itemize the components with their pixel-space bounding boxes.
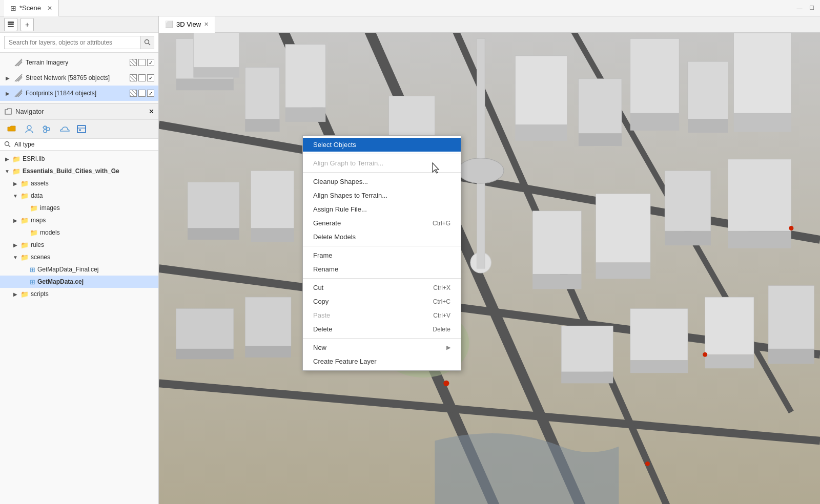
ctx-generate[interactable]: Generate Ctrl+G — [303, 216, 461, 230]
tree-item-getmapdata[interactable]: ⊞ GetMapData.cej — [0, 276, 158, 288]
ctx-delete-models-label: Delete Models — [313, 233, 356, 241]
svg-rect-32 — [193, 33, 239, 67]
layer-item-street[interactable]: ▶ Street Network [58765 objects] — [0, 70, 158, 86]
scenes-icon: 📁 — [20, 254, 29, 261]
nav-map-btn[interactable] — [74, 122, 89, 136]
terrain-layer-controls: ✓ — [130, 59, 154, 66]
layer-search-button[interactable] — [141, 36, 154, 49]
svg-rect-76 — [768, 349, 814, 364]
tree-item-scripts[interactable]: ▶ 📁 scripts — [0, 288, 158, 300]
svg-rect-62 — [665, 231, 711, 245]
svg-point-19 — [79, 129, 81, 131]
street-layer-name: Street Network [58765 objects] — [26, 74, 128, 81]
open-folder-icon — [7, 124, 17, 134]
add-layer-button[interactable]: + — [20, 18, 34, 31]
tree-item-maps[interactable]: ▶ 📁 maps — [0, 214, 158, 226]
tree-item-rules[interactable]: ▶ 📁 rules — [0, 239, 158, 251]
nav-share-btn[interactable] — [39, 122, 54, 136]
terrain-layer-name: Terrain Imagery — [26, 59, 128, 66]
street-check-pattern[interactable] — [130, 74, 137, 81]
3d-view-tab-icon: ⬜ — [165, 20, 173, 28]
ctx-assign-rule[interactable]: Assign Rule File... — [303, 202, 461, 216]
tree-item-assets[interactable]: ▶ 📁 assets — [0, 177, 158, 190]
svg-rect-34 — [245, 67, 279, 119]
street-expand[interactable]: ▶ — [4, 74, 11, 81]
layer-item-terrain[interactable]: Terrain Imagery ✓ — [0, 55, 158, 70]
ctx-rename[interactable]: Rename — [303, 262, 461, 276]
street-layer-controls: ✓ — [130, 74, 154, 81]
esrilib-expand: ▶ — [4, 156, 10, 162]
network-icon — [14, 73, 23, 82]
navigator-close[interactable]: ✕ — [149, 108, 154, 115]
layers-icon-btn[interactable] — [4, 18, 17, 31]
terrain-expand — [4, 59, 11, 66]
tree-item-images[interactable]: 📁 images — [0, 202, 158, 214]
maximize-button[interactable]: ☐ — [808, 4, 816, 12]
footprints-check-pattern[interactable] — [130, 90, 137, 97]
navigator-title: Navigator — [15, 108, 146, 115]
ctx-align-shapes[interactable]: Align Shapes to Terrain... — [303, 188, 461, 202]
ctx-select-objects[interactable]: Select Objects — [303, 138, 461, 152]
nav-person-btn[interactable] — [22, 122, 37, 136]
scene-panel-header: + — [0, 16, 158, 33]
tree-item-data[interactable]: ▼ 📁 data — [0, 190, 158, 202]
rules-icon: 📁 — [20, 241, 29, 249]
images-icon: 📁 — [30, 204, 38, 212]
ctx-cleanup-shapes[interactable]: Cleanup Shapes... — [303, 175, 461, 188]
ctx-new[interactable]: New ▶ — [303, 341, 461, 354]
3d-view-tab-close[interactable]: ✕ — [204, 21, 209, 28]
svg-rect-75 — [768, 286, 814, 349]
terrain-check-visible[interactable]: ✓ — [147, 59, 154, 66]
ctx-rename-label: Rename — [313, 265, 338, 273]
svg-rect-33 — [193, 67, 239, 77]
footprints-expand[interactable]: ▶ — [4, 90, 11, 97]
footprints-check-empty[interactable] — [138, 90, 146, 97]
map-icon — [76, 124, 87, 134]
minimize-button[interactable]: — — [795, 4, 804, 12]
project-icon: 📁 — [12, 167, 20, 175]
nav-cloud-btn[interactable] — [56, 122, 72, 136]
ctx-cut-label: Cut — [313, 284, 323, 291]
scene-tab[interactable]: ⊞ *Scene ✕ — [4, 0, 59, 16]
tree-item-getmapdatafinal[interactable]: ⊞ GetMapData_Final.cej — [0, 263, 158, 276]
terrain-check-pattern[interactable] — [130, 59, 137, 66]
ctx-cut[interactable]: Cut Ctrl+X — [303, 281, 461, 295]
terrain-check-empty[interactable] — [138, 59, 146, 66]
ctx-delete-models[interactable]: Delete Models — [303, 230, 461, 244]
ctx-create-feature-layer[interactable]: Create Feature Layer — [303, 354, 461, 368]
scene-tab-close[interactable]: ✕ — [47, 5, 52, 12]
street-check-visible[interactable]: ✓ — [147, 74, 154, 81]
svg-rect-57 — [532, 211, 581, 274]
svg-rect-72 — [630, 360, 688, 373]
svg-rect-61 — [665, 171, 711, 231]
ctx-delete[interactable]: Delete Delete — [303, 322, 461, 336]
ctx-paste-label: Paste — [313, 311, 330, 319]
layer-search-input[interactable] — [4, 36, 141, 49]
scene-3d[interactable]: Select Objects Align Graph to Terrain...… — [159, 33, 820, 504]
scenes-label: scenes — [31, 254, 50, 261]
rules-label: rules — [31, 241, 44, 248]
svg-rect-70 — [561, 372, 613, 383]
nav-open-btn[interactable] — [4, 122, 19, 136]
svg-line-4 — [148, 44, 150, 46]
ctx-frame[interactable]: Frame — [303, 248, 461, 262]
tree-item-esrilib[interactable]: ▶ 📁 ESRI.lib — [0, 153, 158, 165]
svg-point-77 — [443, 381, 449, 386]
maps-label: maps — [31, 217, 46, 224]
ctx-paste-shortcut: Ctrl+V — [433, 312, 450, 319]
tree-item-scenes[interactable]: ▼ 📁 scenes — [0, 251, 158, 263]
footprints-check-visible[interactable]: ✓ — [147, 90, 154, 97]
city-3d-svg — [159, 33, 820, 504]
getmapfinal-icon: ⊞ — [30, 266, 35, 274]
svg-rect-37 — [285, 108, 326, 122]
ctx-copy[interactable]: Copy Ctrl+C — [303, 295, 461, 308]
svg-point-3 — [145, 40, 149, 44]
3d-view-tab[interactable]: ⬜ 3D View ✕ — [159, 16, 215, 33]
layer-item-footprints[interactable]: ▶ Footprints [11844 objects] — [0, 86, 158, 101]
scenes-expand: ▼ — [12, 254, 18, 260]
models-label: models — [40, 229, 60, 236]
street-check-empty[interactable] — [138, 74, 146, 81]
tree-item-project[interactable]: ▼ 📁 Essentials_Build_Cities_with_Ge — [0, 165, 158, 177]
tree-item-models[interactable]: 📁 models — [0, 226, 158, 239]
svg-line-21 — [9, 145, 11, 148]
